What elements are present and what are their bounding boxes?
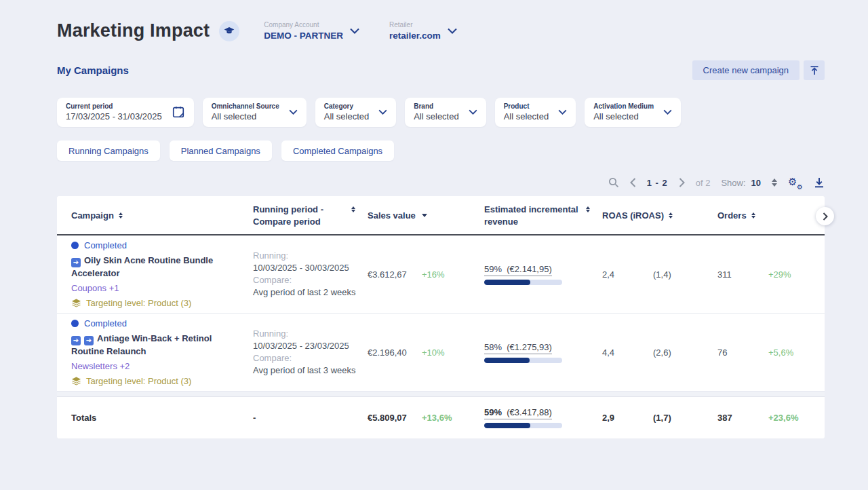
progress-bar-fill	[484, 358, 530, 363]
column-label: Campaign	[71, 210, 114, 221]
iroas-value: (1,4)	[653, 269, 671, 280]
incremental-revenue-cell: 59% (€2.141,95)	[484, 264, 602, 285]
sales-delta: +16%	[422, 269, 445, 280]
column-header-roas[interactable]: ROAS (iROAS)	[602, 210, 717, 221]
campaign-name: Oily Skin Acne Routine Bundle Accelerato…	[71, 255, 213, 278]
progress-bar	[484, 423, 562, 428]
orders-value: 311	[717, 269, 768, 280]
campaign-name-link[interactable]: ➔Oily Skin Acne Routine Bundle Accelerat…	[71, 255, 243, 279]
retailer-label: Retailer	[389, 21, 441, 29]
company-account-label: Company Account	[264, 21, 343, 29]
sort-descending-icon[interactable]	[422, 214, 427, 217]
orders-cell: 311 +29%	[717, 269, 810, 280]
column-label: ROAS (iROAS)	[602, 210, 664, 221]
tab-running-campaigns[interactable]: Running Campaigns	[57, 140, 160, 161]
totals-roas-cell: 2,9 (1,7)	[602, 413, 717, 423]
filters-row: Current period 17/03/2025 - 31/03/2025 O…	[57, 98, 825, 127]
chevron-right-icon[interactable]	[679, 178, 685, 187]
create-new-campaign-button[interactable]: Create new campaign	[692, 60, 800, 80]
incremental-text: 59% (€3.417,88)	[484, 407, 552, 419]
running-label: Running:	[253, 250, 368, 262]
filter-category[interactable]: Category All selected	[315, 98, 396, 127]
chevron-down-icon	[289, 109, 298, 115]
period-cell: Running: 10/03/2025 - 30/03/2025 Compare…	[253, 250, 368, 299]
campaign-cell: Completed ➔Oily Skin Acne Routine Bundle…	[71, 240, 253, 309]
column-header-sales-value[interactable]: Sales value	[368, 210, 484, 221]
status-label: Completed	[84, 240, 127, 251]
chevron-down-icon	[350, 28, 359, 34]
progress-bar-fill	[484, 423, 530, 428]
campaign-name-link[interactable]: ➔➔Antiage Win-Back + Retinol Routine Rel…	[71, 333, 243, 357]
totals-sales-value: €5.809,07	[368, 413, 422, 423]
filter-brand[interactable]: Brand All selected	[405, 98, 486, 127]
subheader-row: My Campaigns Create new campaign	[57, 60, 825, 80]
table-divider	[57, 392, 825, 397]
filter-label: Product	[504, 102, 549, 110]
running-label: Running:	[253, 328, 368, 340]
orders-delta: +29%	[768, 269, 791, 280]
filter-value: All selected	[324, 111, 369, 121]
show-label: Show:	[721, 178, 745, 188]
incremental-text: 58% (€1.275,93)	[484, 342, 552, 354]
media-link[interactable]: Coupons +1	[71, 282, 243, 294]
page-size-stepper[interactable]	[772, 178, 777, 187]
account-selectors: Company Account DEMO - PARTNER Retailer …	[264, 21, 457, 41]
orders-cell: 76 +5,6%	[717, 347, 810, 358]
forward-arrow-icon: ➔	[71, 336, 81, 345]
table-scroll-right-button[interactable]	[816, 207, 834, 225]
download-icon[interactable]	[814, 177, 825, 188]
filter-label: Category	[324, 102, 369, 110]
progress-bar	[484, 280, 562, 285]
progress-bar-fill	[484, 280, 530, 285]
column-header-campaign[interactable]: Campaign	[71, 210, 253, 221]
column-label: Running period -	[253, 204, 323, 215]
page-title: Marketing Impact	[57, 20, 210, 41]
sort-icon[interactable]	[586, 206, 590, 212]
search-icon[interactable]	[608, 177, 619, 188]
column-header-running-period[interactable]: Running period - Compare period	[253, 204, 368, 227]
filter-label: Current period	[66, 102, 162, 110]
sales-delta: +10%	[422, 347, 445, 358]
tab-planned-campaigns[interactable]: Planned Campaigns	[170, 140, 272, 161]
totals-row: Totals - €5.809,07 +13,6% 59% (€3.417,88…	[57, 397, 825, 438]
retailer-select[interactable]: Retailer retailer.com	[389, 21, 457, 41]
status-dot-icon	[71, 320, 79, 327]
compare-label: Compare:	[253, 352, 368, 364]
filter-activation-medium[interactable]: Activation Medium All selected	[585, 98, 681, 127]
upload-button[interactable]	[804, 60, 825, 80]
company-account-select[interactable]: Company Account DEMO - PARTNER	[264, 21, 359, 41]
sort-icon[interactable]	[351, 206, 355, 212]
incremental-amount: (€1.275,93)	[507, 342, 552, 352]
incremental-percent: 59%	[484, 407, 502, 417]
filter-current-period[interactable]: Current period 17/03/2025 - 31/03/2025	[57, 98, 194, 127]
column-header-orders[interactable]: Orders	[717, 210, 810, 221]
page-content: Marketing Impact Company Account DEMO - …	[57, 0, 825, 438]
graduation-cap-icon[interactable]	[219, 21, 239, 41]
totals-orders-cell: 387 +23,6%	[717, 413, 810, 423]
roas-cell: 4,4 (2,6)	[602, 347, 717, 358]
sort-icon[interactable]	[751, 212, 755, 219]
totals-incremental-cell: 59% (€3.417,88)	[484, 407, 602, 428]
column-label: revenue	[484, 216, 602, 227]
chevron-down-icon	[558, 109, 567, 115]
filter-product[interactable]: Product All selected	[495, 98, 576, 127]
column-header-incremental-revenue[interactable]: Estimated incremental revenue	[484, 204, 602, 227]
chevron-down-icon	[663, 109, 672, 115]
page-size-value[interactable]: 10	[751, 178, 761, 188]
chevron-left-icon[interactable]	[630, 178, 636, 187]
settings-gears-icon[interactable]: ⚙⚙	[788, 176, 803, 189]
filter-value: 17/03/2025 - 31/03/2025	[66, 111, 162, 121]
tab-completed-campaigns[interactable]: Completed Campaigns	[281, 140, 394, 161]
title-row: Marketing Impact Company Account DEMO - …	[57, 0, 825, 41]
chevron-down-icon	[378, 109, 387, 115]
filter-value: All selected	[212, 111, 279, 121]
sort-icon[interactable]	[669, 212, 673, 219]
filter-value: All selected	[414, 111, 458, 121]
forward-arrow-icon: ➔	[84, 336, 94, 345]
calendar-icon	[172, 105, 185, 119]
filter-label: Omnichannel Source	[212, 102, 279, 110]
status-dot-icon	[71, 242, 79, 249]
filter-omnichannel-source[interactable]: Omnichannel Source All selected	[203, 98, 307, 127]
sort-icon[interactable]	[119, 212, 123, 219]
media-link[interactable]: Newsletters +2	[71, 360, 243, 372]
